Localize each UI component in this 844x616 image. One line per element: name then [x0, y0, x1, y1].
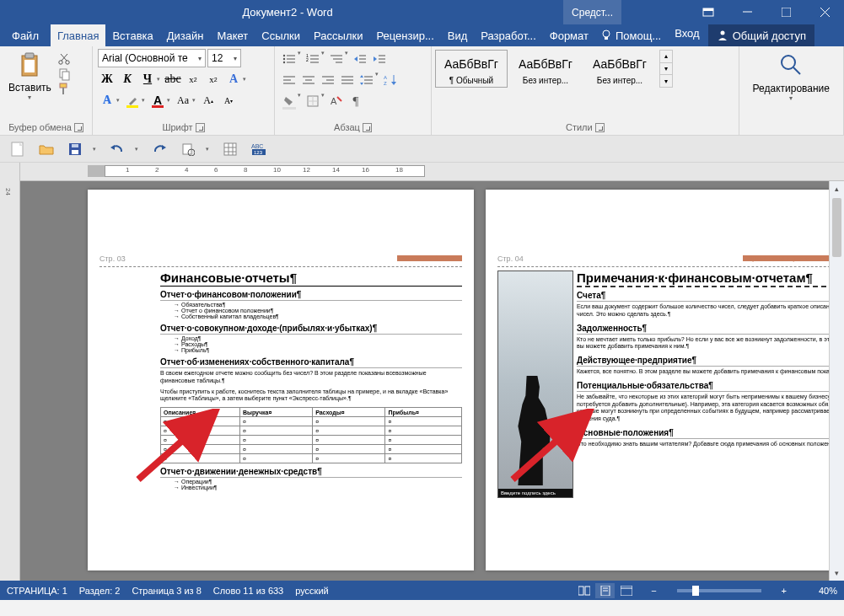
redo-icon[interactable]: [150, 140, 169, 158]
tab-format[interactable]: Формат: [543, 24, 595, 46]
shading-button[interactable]: [280, 92, 298, 110]
text-effects-button[interactable]: A: [224, 70, 243, 88]
p4-t2: Кто не мечтает иметь только прибыль? Но …: [577, 335, 829, 353]
zoom-in-button[interactable]: +: [778, 586, 790, 596]
table-icon[interactable]: [221, 140, 239, 158]
tab-mailings[interactable]: Рассылки: [307, 24, 369, 46]
status-language[interactable]: русский: [295, 586, 328, 596]
new-doc-icon[interactable]: [8, 140, 27, 158]
tell-me[interactable]: Помощ...: [595, 24, 666, 46]
status-words[interactable]: Слово 11 из 633: [213, 586, 283, 596]
font-name-combo[interactable]: Arial (Основной те▾: [98, 49, 206, 67]
show-marks-button[interactable]: ¶: [347, 92, 365, 110]
decrease-indent-button[interactable]: [351, 50, 369, 68]
horizontal-ruler[interactable]: 12 46 810 1214 1618: [20, 163, 844, 181]
tab-home[interactable]: Главная: [51, 24, 105, 46]
style-normal[interactable]: АаБбВвГг¶ Обычный: [435, 50, 508, 88]
svg-text:2: 2: [306, 57, 309, 62]
line-spacing-button[interactable]: [357, 71, 376, 89]
tab-review[interactable]: Рецензир...: [369, 24, 440, 46]
number-list-button[interactable]: 12: [304, 50, 322, 68]
tab-view[interactable]: Вид: [441, 24, 475, 46]
increase-indent-button[interactable]: [370, 50, 389, 68]
status-page-of[interactable]: Страница 3 из 8: [132, 586, 201, 596]
page-canvas[interactable]: Стр. 03 Финансовый отчет Финансовые·отче…: [20, 181, 829, 581]
zoom-out-button[interactable]: −: [648, 586, 659, 596]
p3-s2: Отчет·о·совокупном·доходе·(прибылях·и·уб…: [160, 324, 462, 335]
read-mode-icon[interactable]: [574, 583, 594, 598]
vertical-scrollbar[interactable]: ▴ ▾: [829, 181, 844, 581]
underline-button[interactable]: Ч: [138, 70, 157, 88]
print-preview-icon[interactable]: [179, 140, 197, 158]
clipboard-dialog-launcher[interactable]: [74, 123, 83, 132]
tab-developer[interactable]: Разработ...: [474, 24, 542, 46]
p4-h4: Потенциальные·обязательства¶: [577, 381, 829, 392]
clear-formatting-button[interactable]: A: [327, 92, 346, 110]
zoom-slider[interactable]: [677, 589, 761, 592]
ribbon-display-icon[interactable]: [689, 0, 728, 24]
grow-font-button[interactable]: A▴: [199, 91, 218, 110]
vertical-ruler[interactable]: 24: [0, 163, 20, 581]
word-count-icon[interactable]: ABC123: [250, 140, 268, 158]
contextual-tools-label[interactable]: Средст...: [563, 0, 621, 24]
tab-layout[interactable]: Макет: [210, 24, 255, 46]
tab-file[interactable]: Файл: [0, 24, 51, 46]
tab-design[interactable]: Дизайн: [160, 24, 211, 46]
font-dialog-launcher[interactable]: [196, 123, 205, 132]
style-gallery[interactable]: АаБбВвГг¶ Обычный АаБбВвГгБез интер... А…: [435, 50, 673, 88]
styles-dialog-launcher[interactable]: [595, 123, 605, 132]
status-section[interactable]: Раздел: 2: [79, 586, 121, 596]
p4-t4: Не забывайте, что некоторые из этих кате…: [577, 392, 829, 425]
p4-h3: Действующее·предприятие¶: [577, 356, 829, 367]
multilevel-list-button[interactable]: [327, 50, 346, 68]
superscript-button[interactable]: x2: [204, 70, 223, 88]
align-left-button[interactable]: [280, 71, 298, 89]
change-case-button[interactable]: Aa: [174, 91, 192, 110]
style-nospacing1[interactable]: АаБбВвГгБез интер...: [509, 50, 582, 88]
bold-button[interactable]: Ж: [98, 70, 116, 88]
format-painter-icon[interactable]: [57, 83, 71, 96]
copy-icon[interactable]: [57, 67, 71, 81]
close-icon[interactable]: [805, 0, 844, 24]
zoom-value[interactable]: 40%: [802, 586, 837, 596]
justify-button[interactable]: [338, 71, 357, 89]
tab-references[interactable]: Ссылки: [255, 24, 307, 46]
status-page[interactable]: СТРАНИЦА: 1: [7, 586, 67, 596]
scroll-up-icon[interactable]: ▴: [830, 181, 844, 196]
scroll-down-icon[interactable]: ▾: [830, 565, 844, 581]
share-button[interactable]: Общий доступ: [708, 24, 814, 46]
strike-button[interactable]: abc: [164, 70, 182, 88]
subscript-button[interactable]: x2: [184, 70, 202, 88]
align-right-button[interactable]: [319, 71, 337, 89]
print-layout-icon[interactable]: [595, 583, 615, 598]
editing-button[interactable]: Редактирование ▾: [750, 50, 833, 104]
font-size-combo[interactable]: 12▾: [207, 49, 241, 67]
borders-button[interactable]: [304, 92, 322, 110]
highlight-button[interactable]: [123, 91, 142, 110]
italic-button[interactable]: К: [118, 70, 137, 88]
paragraph-dialog-launcher[interactable]: [363, 123, 372, 132]
group-styles: АаБбВвГг¶ Обычный АаБбВвГгБез интер... А…: [432, 46, 739, 135]
cut-icon[interactable]: [57, 52, 71, 66]
undo-icon[interactable]: [108, 140, 126, 158]
tab-insert[interactable]: Вставка: [105, 24, 159, 46]
paste-button[interactable]: Вставить ▾: [5, 49, 55, 103]
open-icon[interactable]: [37, 140, 56, 158]
maximize-icon[interactable]: [766, 0, 805, 24]
style-nospacing2[interactable]: АаБбВвГгБез интер...: [583, 50, 656, 88]
signin-button[interactable]: Вход: [666, 24, 707, 46]
font-color-button[interactable]: A: [148, 91, 167, 110]
paste-label: Вставить: [8, 82, 51, 94]
shrink-font-button[interactable]: A▾: [219, 91, 238, 110]
align-center-button[interactable]: [299, 71, 318, 89]
sort-button[interactable]: AZ: [381, 71, 400, 89]
page3-number: Стр. 03: [99, 254, 126, 263]
save-icon[interactable]: [66, 140, 84, 158]
p4-image: Введите подпись здесь: [497, 271, 573, 498]
style-gallery-spinner[interactable]: ▴▾▾: [659, 50, 673, 88]
bullet-list-button[interactable]: [280, 50, 298, 68]
scroll-thumb[interactable]: [832, 198, 841, 257]
web-layout-icon[interactable]: [616, 583, 636, 598]
text-effects2-button[interactable]: A: [98, 91, 116, 110]
minimize-icon[interactable]: [728, 0, 766, 24]
